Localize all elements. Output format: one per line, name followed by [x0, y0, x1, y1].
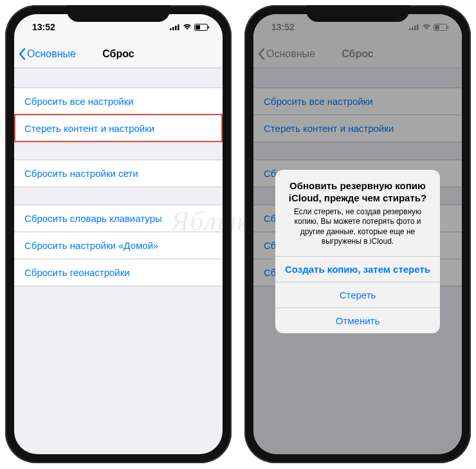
wifi-icon [183, 24, 192, 30]
erase-content-row[interactable]: Стереть контент и настройки [14, 115, 223, 142]
svg-rect-6 [208, 26, 210, 28]
notch [306, 5, 409, 22]
nav-back-button[interactable]: Основные [14, 48, 76, 60]
svg-rect-3 [178, 24, 179, 30]
svg-rect-1 [172, 27, 174, 30]
alert-cancel-button[interactable]: Отменить [275, 308, 440, 333]
reset-home-row[interactable]: Сбросить настройки «Домой» [14, 232, 223, 259]
status-right [170, 24, 210, 31]
alert-message: Если стереть, не создав резервную копию,… [284, 207, 431, 247]
svg-rect-5 [196, 25, 200, 30]
alert-body: Обновить резервную копию iCloud, прежде … [275, 170, 440, 256]
screen-right: 13:52 Основные Сброс Сбросить все н [253, 14, 462, 454]
chevron-left-icon [18, 48, 26, 60]
alert-erase-button[interactable]: Стереть [275, 282, 440, 308]
notch [67, 5, 170, 22]
svg-rect-0 [170, 28, 172, 30]
phone-left: 13:52 Основные Сброс Сбросить все н [5, 5, 232, 463]
alert-backup-then-erase-button[interactable]: Создать копию, затем стереть [275, 256, 440, 282]
reset-keyboard-row[interactable]: Сбросить словарь клавиатуры [14, 205, 223, 232]
list-group-2: Сбросить настройки сети [14, 160, 223, 187]
phone-right: 13:52 Основные Сброс Сбросить все н [244, 5, 471, 463]
list-group-3: Сбросить словарь клавиатуры Сбросить нас… [14, 205, 223, 286]
signal-icon [170, 24, 180, 30]
alert-dialog: Обновить резервную копию iCloud, прежде … [275, 170, 440, 333]
screen-left: 13:52 Основные Сброс Сбросить все н [14, 14, 223, 454]
battery-icon [194, 24, 210, 31]
nav-back-label: Основные [27, 48, 76, 60]
status-time: 13:52 [32, 22, 55, 32]
reset-location-row[interactable]: Сбросить геонастройки [14, 259, 223, 286]
svg-rect-2 [175, 26, 177, 30]
list-group-1: Сбросить все настройки Стереть контент и… [14, 87, 223, 142]
alert-title: Обновить резервную копию iCloud, прежде … [284, 180, 431, 205]
nav-bar: Основные Сброс [14, 40, 223, 68]
reset-all-settings-row[interactable]: Сбросить все настройки [14, 87, 223, 115]
reset-network-row[interactable]: Сбросить настройки сети [14, 160, 223, 187]
